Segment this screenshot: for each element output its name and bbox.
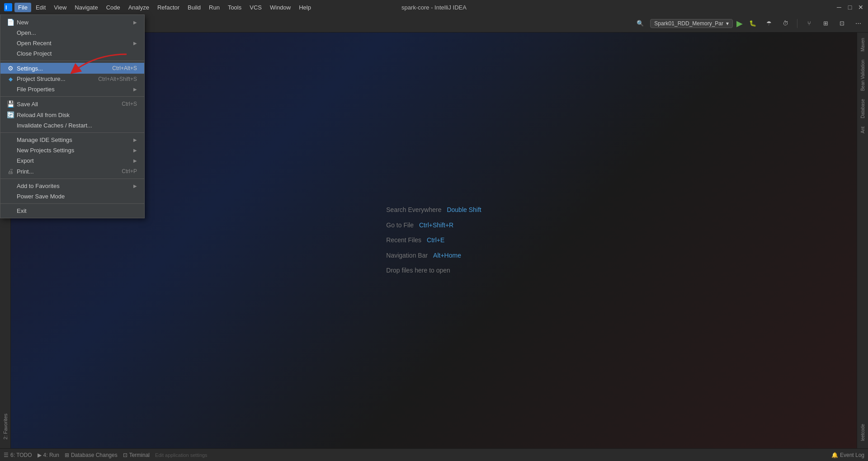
- drop-label: Drop files here to open: [386, 263, 450, 278]
- menu-item-project-structure[interactable]: ◆ Project Structure... Ctrl+Alt+Shift+S: [0, 74, 144, 84]
- menu-navigate[interactable]: Navigate: [71, 3, 101, 12]
- window-title: spark-core - IntelliJ IDEA: [401, 4, 467, 11]
- new-projects-label: New Projects Settings: [17, 147, 130, 154]
- terminal-icon: ⊡: [123, 452, 127, 458]
- layout-button[interactable]: ⊞: [819, 17, 832, 30]
- separator-4: [0, 179, 144, 179]
- new-icon: 📄: [6, 19, 15, 26]
- exit-label: Exit: [17, 207, 137, 214]
- menu-item-favorites[interactable]: Add to Favorites ▶: [0, 181, 144, 191]
- status-event-log[interactable]: 🔔 Event Log: [831, 452, 864, 458]
- recent-label: Recent Files: [386, 233, 421, 248]
- run-config-selector[interactable]: Spark01_RDD_Memory_Par ▾: [650, 19, 733, 28]
- reload-label: Reload All from Disk: [17, 112, 137, 118]
- toolbar-right-section: 🔍 Spark01_RDD_Memory_Par ▾ ▶ 🐛 ☂ ⏱ ⑂ ⊞ ⊡…: [634, 17, 864, 30]
- event-log-icon: 🔔: [831, 452, 838, 458]
- menu-item-reload[interactable]: 🔄 Reload All from Disk: [0, 109, 144, 120]
- status-terminal[interactable]: ⊡ Terminal: [123, 452, 150, 458]
- search-everywhere-icon[interactable]: 🔍: [634, 17, 646, 30]
- menu-window[interactable]: Window: [266, 3, 294, 12]
- menu-item-file-properties[interactable]: File Properties ▶: [0, 84, 144, 94]
- close-button[interactable]: ✕: [857, 4, 864, 11]
- vcs-button[interactable]: ⑂: [803, 17, 816, 30]
- editor-hints: Search Everywhere Double Shift Go to Fil…: [386, 202, 481, 278]
- menu-edit[interactable]: Edit: [32, 3, 49, 12]
- menu-item-open-recent[interactable]: Open Recent ▶: [0, 38, 144, 48]
- menu-item-manage-ide[interactable]: Manage IDE Settings ▶: [0, 135, 144, 145]
- status-todo[interactable]: ☰ 6: TODO: [4, 452, 32, 458]
- run-button[interactable]: ▶: [736, 19, 743, 28]
- menu-analyze[interactable]: Analyze: [125, 3, 153, 12]
- new-arrow: ▶: [133, 20, 137, 25]
- coverage-button[interactable]: ☂: [763, 17, 775, 30]
- menu-tools[interactable]: Tools: [224, 3, 245, 12]
- right-sidebar: Maven Bean Validation Database Ant leetc…: [857, 33, 868, 448]
- right-panel-ant[interactable]: Ant: [859, 123, 866, 137]
- menu-file[interactable]: File: [14, 3, 31, 12]
- menu-item-exit[interactable]: Exit: [0, 206, 144, 216]
- menu-item-close-project[interactable]: Close Project: [0, 48, 144, 59]
- file-properties-arrow: ▶: [133, 87, 137, 92]
- toolbar-separator-2: [797, 19, 797, 28]
- invalidate-label: Invalidate Caches / Restart...: [17, 122, 137, 129]
- run-icon: ▶: [38, 452, 42, 458]
- hint-goto: Go to File Ctrl+Shift+R: [386, 218, 481, 233]
- menu-item-new[interactable]: 📄 New ▶: [0, 17, 144, 28]
- app-logo: I: [4, 3, 13, 12]
- settings-shortcut: Ctrl+Alt+S: [112, 65, 137, 71]
- menu-item-settings[interactable]: ⚙ Settings... Ctrl+Alt+S: [0, 63, 144, 74]
- menu-build[interactable]: Build: [184, 3, 204, 12]
- open-recent-label: Open Recent: [17, 40, 130, 47]
- profile-button[interactable]: ⏱: [779, 17, 792, 30]
- separator-5: [0, 203, 144, 204]
- more-button[interactable]: ⋯: [852, 17, 864, 30]
- status-run[interactable]: ▶ 4: Run: [38, 452, 59, 458]
- favorites-label: Add to Favorites: [17, 183, 130, 189]
- navbar-label: Navigation Bar: [386, 248, 428, 263]
- menu-item-power-save[interactable]: Power Save Mode: [0, 191, 144, 202]
- right-panel-bean-validation[interactable]: Bean Validation: [859, 56, 866, 94]
- print-shortcut: Ctrl+P: [122, 168, 137, 174]
- save-all-shortcut: Ctrl+S: [122, 101, 137, 107]
- export-arrow: ▶: [133, 158, 137, 163]
- status-db-changes[interactable]: ⊞ Database Changes: [65, 452, 118, 458]
- todo-icon: ☰: [4, 452, 9, 458]
- menu-item-save-all[interactable]: 💾 Save All Ctrl+S: [0, 99, 144, 109]
- minimize-button[interactable]: ─: [835, 4, 843, 11]
- status-app-settings: Edit application settings: [155, 452, 208, 458]
- run-label: 4: Run: [43, 452, 59, 458]
- menu-item-print[interactable]: 🖨 Print... Ctrl+P: [0, 166, 144, 177]
- file-menu-dropdown: 📄 New ▶ Open... Open Recent ▶ Close Proj…: [0, 14, 145, 218]
- menu-item-new-projects[interactable]: New Projects Settings ▶: [0, 145, 144, 155]
- menu-help[interactable]: Help: [295, 3, 315, 12]
- print-icon: 🖨: [6, 168, 15, 175]
- run-config-arrow: ▾: [726, 20, 729, 27]
- favorites-arrow: ▶: [133, 183, 137, 188]
- right-panel-leetcode[interactable]: leetcode: [859, 420, 866, 445]
- right-panel-database[interactable]: Database: [859, 95, 866, 122]
- settings-menu-icon: ⚙: [6, 65, 15, 72]
- export-label: Export: [17, 157, 130, 164]
- menu-run[interactable]: Run: [205, 3, 223, 12]
- menu-refactor[interactable]: Refactor: [154, 3, 183, 12]
- goto-label: Go to File: [386, 218, 414, 233]
- menu-item-export[interactable]: Export ▶: [0, 155, 144, 166]
- manage-ide-arrow: ▶: [133, 137, 137, 142]
- menu-code[interactable]: Code: [103, 3, 124, 12]
- search-shortcut: Double Shift: [447, 202, 481, 218]
- menu-vcs[interactable]: VCS: [246, 3, 265, 12]
- right-panel-maven[interactable]: Maven: [859, 34, 866, 55]
- manage-ide-label: Manage IDE Settings: [17, 136, 130, 143]
- sidebar-tab-favorites[interactable]: 2: Favorites: [1, 408, 10, 445]
- menu-item-open[interactable]: Open...: [0, 28, 144, 38]
- hint-recent: Recent Files Ctrl+E: [386, 233, 481, 248]
- navbar-shortcut: Alt+Home: [433, 248, 461, 263]
- open-label: Open...: [17, 29, 137, 36]
- zoom-button[interactable]: ⊡: [835, 17, 848, 30]
- maximize-button[interactable]: □: [846, 4, 854, 11]
- menu-item-invalidate[interactable]: Invalidate Caches / Restart...: [0, 120, 144, 131]
- menu-view[interactable]: View: [50, 3, 70, 12]
- file-properties-label: File Properties: [17, 86, 130, 93]
- debug-button[interactable]: 🐛: [746, 17, 759, 30]
- separator-2: [0, 96, 144, 97]
